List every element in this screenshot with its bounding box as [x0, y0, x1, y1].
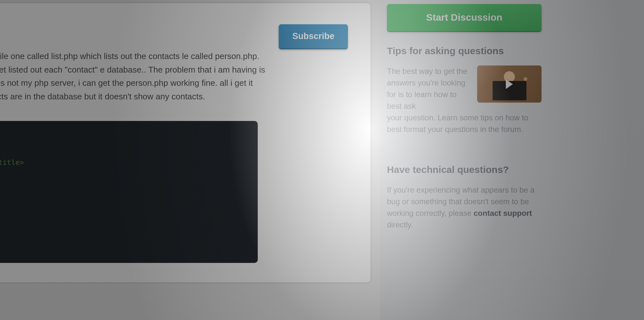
- code-line-blank8: [0, 229, 248, 241]
- code-line-blank4: [0, 181, 248, 193]
- tips-video-thumbnail[interactable]: [477, 65, 542, 103]
- code-line-blank5: [0, 193, 248, 205]
- subscribe-button[interactable]: Subscribe: [279, 24, 348, 48]
- contact-support-link[interactable]: contact support: [474, 209, 532, 217]
- tech-text-after: directly.: [387, 220, 413, 229]
- question-description: p & mysql. I Have 2 file one called list…: [0, 50, 267, 103]
- code-line-blank1: [0, 132, 248, 144]
- tips-text-narrow: The best way to get the answers you're l…: [387, 65, 471, 112]
- tips-text-wide: your question. Learn some tips on how to…: [387, 112, 542, 135]
- start-discussion-label: Start Discussion: [426, 12, 503, 23]
- tips-top-row: The best way to get the answers you're l…: [387, 65, 542, 112]
- code-block: from the database</title> e server: [0, 121, 258, 263]
- code-closing-tag: </title>: [0, 158, 24, 166]
- code-line-title: from the database</title>: [0, 156, 248, 168]
- main-content-card: ess Book Subscribe p & mysql. I Have 2 f…: [0, 3, 370, 282]
- technical-questions-section: Have technical questions? If you're expe…: [387, 164, 542, 231]
- code-line-blank2: [0, 145, 248, 156]
- tips-section: The best way to get the answers you're l…: [387, 65, 542, 135]
- code-line-blank7: [0, 217, 248, 229]
- start-discussion-button[interactable]: Start Discussion: [387, 4, 542, 31]
- tech-questions-heading: Have technical questions?: [387, 164, 542, 175]
- tech-questions-text: If you're experiencing what appears to b…: [387, 184, 542, 231]
- subscribe-label: Subscribe: [292, 31, 334, 41]
- code-line-blank6: [0, 205, 248, 217]
- code-line-blank3: [0, 169, 248, 181]
- tips-heading: Tips for asking questions: [387, 45, 637, 56]
- play-icon: [506, 79, 513, 89]
- code-line-comment: e server: [0, 241, 248, 253]
- sidebar: Start Discussion Tips for asking questio…: [380, 0, 644, 320]
